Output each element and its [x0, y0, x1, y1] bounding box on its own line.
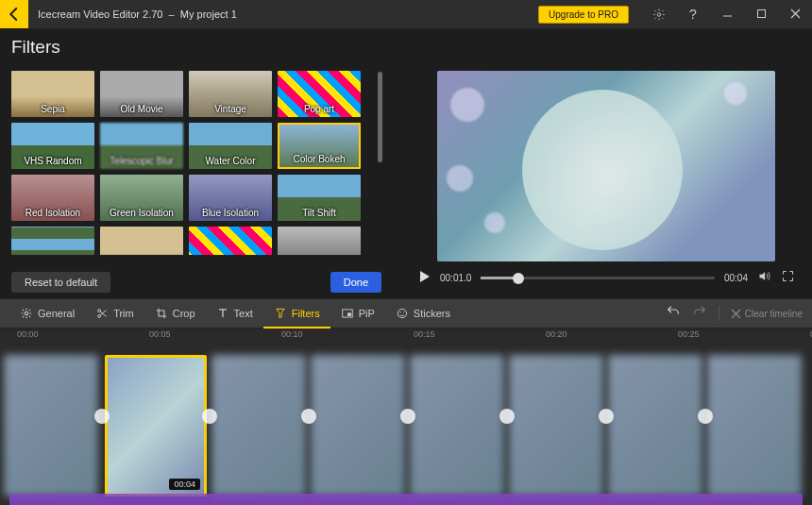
transition-handle[interactable]: [698, 409, 713, 424]
clips-row[interactable]: 00:04: [0, 343, 812, 489]
audio-track[interactable]: [9, 494, 803, 505]
fullscreen-button[interactable]: [781, 269, 795, 287]
filter-label: VHS Random: [11, 156, 94, 166]
ruler-mark: 00:10: [281, 329, 303, 339]
maximize-button[interactable]: [744, 0, 778, 28]
close-button[interactable]: [778, 0, 812, 28]
filter-item[interactable]: Color Bokeh: [278, 123, 361, 169]
filter-item[interactable]: Vintage: [189, 71, 272, 117]
filter-item[interactable]: Sepia: [11, 71, 94, 117]
ruler-mark: 00:05: [149, 329, 171, 339]
filter-icon: [274, 307, 287, 320]
filter-item[interactable]: Old Movie: [100, 71, 183, 117]
filter-item[interactable]: Blue Isolation: [189, 175, 272, 221]
tab-stickers[interactable]: Stickers: [385, 300, 461, 328]
current-time: 00:01.0: [440, 273, 471, 283]
transition-handle[interactable]: [301, 409, 316, 424]
svg-point-3: [98, 310, 101, 312]
scrollbar[interactable]: [372, 66, 387, 298]
back-button[interactable]: [0, 0, 28, 28]
tab-crop[interactable]: Crop: [144, 300, 206, 328]
ruler: 00:0000:0500:1000:1500:2000:2500:30: [0, 328, 812, 343]
ruler-mark: 00:15: [414, 329, 435, 339]
text-icon: [216, 307, 229, 320]
tab-text[interactable]: Text: [206, 300, 263, 328]
clear-timeline-button[interactable]: Clear timeline: [731, 309, 803, 319]
done-button[interactable]: Done: [330, 272, 381, 293]
transition-handle[interactable]: [400, 409, 415, 424]
filter-item[interactable]: VHS Random: [11, 123, 94, 169]
undo-button[interactable]: [666, 304, 681, 323]
filter-item[interactable]: [11, 227, 94, 255]
filter-item[interactable]: Water Color: [189, 123, 272, 169]
tab-trim[interactable]: Trim: [85, 300, 144, 328]
filter-label: Color Bokeh: [279, 154, 359, 164]
upgrade-button[interactable]: Upgrade to PRO: [538, 6, 629, 24]
maximize-icon: [756, 6, 767, 23]
total-time: 00:04: [724, 273, 748, 283]
redo-button[interactable]: [692, 304, 707, 323]
panel-title: Filters: [0, 28, 812, 66]
transition-handle[interactable]: [202, 409, 217, 424]
clip-selected[interactable]: 00:04: [105, 355, 207, 497]
tab-general[interactable]: General: [9, 300, 85, 328]
play-icon: [417, 270, 431, 283]
redo-icon: [692, 304, 707, 319]
clip[interactable]: [707, 355, 802, 497]
help-button[interactable]: ?: [676, 0, 710, 28]
filter-label: Red Isolation: [11, 208, 94, 218]
filter-label: Old Movie: [100, 104, 183, 114]
filter-item[interactable]: [189, 227, 272, 255]
clip[interactable]: [509, 355, 603, 497]
timeline[interactable]: 00:0000:0500:1000:1500:2000:2500:30 00:0…: [0, 328, 812, 505]
play-button[interactable]: [417, 270, 431, 287]
filter-item[interactable]: Pop art: [278, 71, 361, 117]
gear-icon: [20, 307, 33, 320]
minimize-button[interactable]: [710, 0, 744, 28]
pip-icon: [341, 307, 354, 320]
scrollbar-thumb[interactable]: [378, 72, 382, 162]
volume-icon: [757, 269, 771, 283]
clip[interactable]: [4, 355, 98, 497]
crop-icon: [155, 307, 168, 320]
clip-duration: 00:04: [169, 479, 200, 490]
clip[interactable]: [311, 355, 405, 497]
filter-item[interactable]: Telescopic Blur: [100, 123, 183, 169]
clip[interactable]: [410, 355, 504, 497]
seek-knob[interactable]: [513, 273, 524, 284]
filter-item[interactable]: Green Isolation: [100, 175, 183, 221]
filter-grid: SepiaOld MovieVintagePop artVHS RandomTe…: [0, 66, 372, 255]
seek-bar[interactable]: [481, 277, 715, 279]
tab-filters[interactable]: Filters: [263, 300, 330, 328]
svg-point-8: [400, 311, 401, 312]
transition-handle[interactable]: [499, 409, 515, 424]
filter-label: Blue Isolation: [189, 208, 272, 218]
titlebar: Icecream Video Editor 2.70 – My project …: [0, 0, 812, 28]
clip[interactable]: [211, 355, 306, 497]
filter-label: Pop art: [278, 104, 361, 114]
ruler-mark: 00:00: [17, 329, 39, 339]
clip[interactable]: [608, 355, 702, 497]
svg-point-7: [398, 309, 406, 317]
settings-button[interactable]: [642, 0, 676, 28]
preview-video[interactable]: [437, 71, 775, 261]
filter-label: Vintage: [189, 104, 272, 114]
reset-button[interactable]: Reset to default: [11, 272, 110, 293]
sticker-icon: [396, 307, 409, 320]
x-icon: [731, 309, 741, 319]
filter-item[interactable]: Red Isolation: [11, 175, 94, 221]
question-icon: ?: [689, 7, 697, 22]
filter-item[interactable]: [278, 227, 361, 255]
filter-label: Water Color: [189, 156, 272, 166]
svg-rect-6: [347, 312, 351, 316]
filter-item[interactable]: [100, 227, 183, 255]
expand-icon: [781, 269, 795, 283]
ruler-mark: 00:20: [546, 329, 567, 339]
tab-pip[interactable]: PiP: [330, 300, 385, 328]
filter-item[interactable]: Tilt Shift: [278, 175, 361, 221]
tab-strip: GeneralTrimCropTextFiltersPiPStickers Cl…: [0, 298, 812, 328]
volume-button[interactable]: [757, 269, 771, 287]
arrow-left-icon: [6, 6, 23, 23]
transition-handle[interactable]: [599, 409, 614, 424]
transition-handle[interactable]: [94, 409, 110, 424]
